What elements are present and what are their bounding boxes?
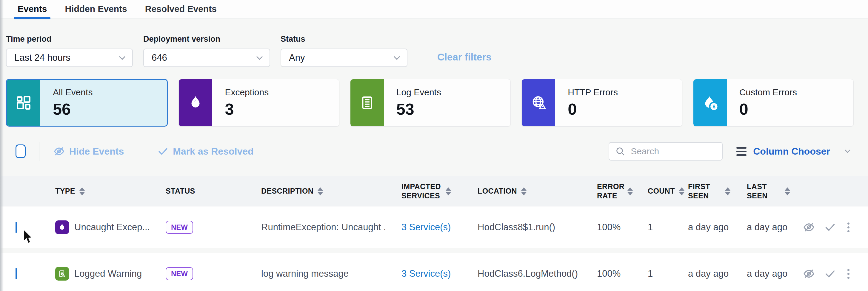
deployment-version-value: 646 <box>152 52 167 63</box>
window-edge <box>0 0 4 291</box>
time-period-label: Time period <box>6 35 133 44</box>
status-cell: NEW <box>149 221 245 234</box>
table-row[interactable]: Uncaught Excep... NEW RuntimeException: … <box>0 207 868 248</box>
time-period-select[interactable]: Last 24 hours <box>6 48 133 67</box>
summary-cards: All Events 56 Exceptions 3 Log Events <box>6 79 854 126</box>
card-all-events[interactable]: All Events 56 <box>6 79 168 126</box>
row-actions <box>790 267 868 280</box>
column-header-count[interactable]: COUNT <box>631 186 672 196</box>
sort-icon <box>521 187 527 195</box>
row-checkbox-cell <box>0 268 39 279</box>
resolve-check-icon[interactable] <box>824 221 836 233</box>
hide-event-icon[interactable] <box>803 267 815 280</box>
impacted-services-link[interactable]: 3 Service(s) <box>385 222 461 232</box>
column-chooser-label: Column Chooser <box>753 146 830 157</box>
card-label: Exceptions <box>225 87 269 98</box>
last-seen-cell: a day ago <box>731 268 790 279</box>
row-checkbox[interactable] <box>16 222 17 232</box>
card-custom-errors[interactable]: Custom Errors 0 <box>693 79 854 126</box>
column-label: FIRST SEEN <box>688 182 721 201</box>
card-body: All Events 56 <box>40 80 93 126</box>
log-warning-icon <box>55 267 69 281</box>
toolbar-right: Column Chooser <box>609 142 849 160</box>
sort-icon <box>80 187 85 195</box>
bulk-actions-toolbar: Hide Events Mark as Resolved Column Choo… <box>0 141 868 162</box>
description-cell: log warning message <box>245 268 385 279</box>
card-label: All Events <box>53 87 93 98</box>
status-select[interactable]: Any <box>281 48 407 67</box>
column-header-impacted-services[interactable]: IMPACTED SERVICES <box>385 182 461 201</box>
hide-event-icon[interactable] <box>803 221 815 233</box>
impacted-services-link[interactable]: 3 Service(s) <box>385 268 461 279</box>
type-label: Uncaught Excep... <box>74 222 149 232</box>
menu-icon <box>736 147 746 156</box>
column-header-last-seen[interactable]: LAST SEEN <box>731 182 790 201</box>
column-header-status[interactable]: STATUS <box>149 186 245 196</box>
check-icon <box>157 146 168 157</box>
chevron-down-icon <box>119 53 125 60</box>
card-label: Custom Errors <box>739 87 797 98</box>
search-input[interactable] <box>630 146 716 157</box>
chevron-down-icon <box>256 53 263 60</box>
select-all-checkbox[interactable] <box>16 144 26 158</box>
card-body: Custom Errors 0 <box>727 79 797 126</box>
column-header-location[interactable]: LOCATION <box>461 186 581 196</box>
card-http-errors[interactable]: HTTP Errors 0 <box>522 79 682 126</box>
card-count: 0 <box>739 100 797 118</box>
column-label: LOCATION <box>477 186 517 196</box>
log-document-icon <box>350 79 384 126</box>
card-count: 3 <box>225 100 269 118</box>
type-cell: Logged Warning <box>39 267 149 281</box>
chevron-down-icon <box>394 53 400 60</box>
column-header-first-seen[interactable]: FIRST SEEN <box>672 182 731 201</box>
first-seen-cell: a day ago <box>672 268 731 279</box>
filters-row: Time period Last 24 hours Deployment ver… <box>6 35 862 67</box>
status-cell: NEW <box>149 267 245 280</box>
first-seen-cell: a day ago <box>672 222 731 232</box>
search-icon <box>615 146 625 156</box>
count-cell: 1 <box>631 222 672 232</box>
status-label: Status <box>281 35 407 44</box>
column-chooser-button[interactable]: Column Chooser <box>736 146 849 157</box>
tab-events[interactable]: Events <box>17 0 48 18</box>
column-header-description[interactable]: DESCRIPTION <box>245 186 385 196</box>
more-options-icon[interactable] <box>845 222 852 232</box>
deployment-version-select[interactable]: 646 <box>143 48 270 67</box>
status-group: Status Any <box>281 35 407 67</box>
description-cell: RuntimeException: Uncaught ... <box>245 222 385 232</box>
hide-events-button[interactable]: Hide Events <box>53 145 124 157</box>
card-exceptions[interactable]: Exceptions 3 <box>179 79 339 126</box>
card-count: 56 <box>53 100 93 118</box>
card-body: HTTP Errors 0 <box>555 79 618 126</box>
eye-slash-icon <box>53 145 65 157</box>
row-checkbox[interactable] <box>16 268 17 279</box>
grid-icon <box>7 80 40 126</box>
error-rate-cell: 100% <box>581 222 631 232</box>
deployment-version-label: Deployment version <box>143 35 270 44</box>
clear-filters-button[interactable]: Clear filters <box>437 51 492 63</box>
resolve-check-icon[interactable] <box>824 268 836 280</box>
location-cell: HodClass6.LogMethod() <box>461 268 581 279</box>
globe-warning-icon <box>522 79 555 126</box>
tab-hidden-events[interactable]: Hidden Events <box>64 0 128 18</box>
sort-icon <box>725 187 731 195</box>
card-count: 0 <box>568 100 618 118</box>
status-badge: NEW <box>166 221 193 234</box>
column-header-error-rate[interactable]: ERROR RATE <box>581 182 631 201</box>
column-header-type[interactable]: TYPE <box>39 186 149 196</box>
tab-bar: Events Hidden Events Resolved Events <box>0 0 868 19</box>
deployment-version-group: Deployment version 646 <box>143 35 270 67</box>
card-label: Log Events <box>396 87 441 98</box>
tab-resolved-events[interactable]: Resolved Events <box>144 0 218 18</box>
table-header: TYPE STATUS DESCRIPTION IMPACTED SERVICE… <box>0 176 868 207</box>
table-row[interactable]: Logged Warning NEW log warning message 3… <box>0 253 868 291</box>
error-rate-cell: 100% <box>581 268 631 279</box>
more-options-icon[interactable] <box>845 269 852 279</box>
card-log-events[interactable]: Log Events 53 <box>350 79 511 126</box>
chevron-down-icon <box>845 147 850 153</box>
mark-resolved-button[interactable]: Mark as Resolved <box>157 146 253 157</box>
mark-resolved-label: Mark as Resolved <box>173 146 253 157</box>
time-period-group: Time period Last 24 hours <box>6 35 133 67</box>
row-actions <box>790 221 868 233</box>
flame-icon <box>179 79 212 126</box>
